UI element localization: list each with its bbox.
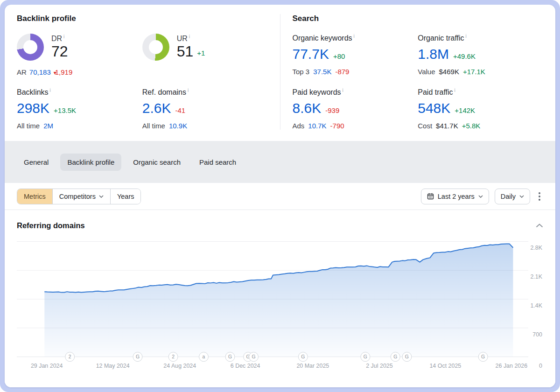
info-icon[interactable]: i [50,88,51,93]
ur-value: 51+1 [177,43,205,60]
chevron-down-icon [99,195,104,198]
site-overview-card: Backlink profile DRi 72 AR 70,183 ▾1,919 [5,5,555,387]
x-axis-labels: 29 Jan 202412 May 202424 Aug 20246 Dec 2… [31,363,527,369]
svg-text:a: a [203,355,205,360]
date-range-label: Last 2 years [438,193,475,200]
organic-keywords-value[interactable]: 77.7K [293,46,329,62]
paid-traffic-delta: +142K [455,106,475,114]
paid-traffic-label: Paid traffici [418,88,543,97]
ref-domains-block: Ref. domainsi 2.6K -41 All time 10.9K [142,88,268,130]
x-tick-label: 2 Jul 2025 [366,363,392,369]
x-tick-label: 14 Oct 2025 [429,363,461,369]
series-area [44,244,513,357]
ref-domains-alltime-value[interactable]: 10.9K [169,122,187,130]
svg-text:G: G [252,355,255,360]
tab-organic-search[interactable]: Organic search [126,154,188,171]
svg-text:G: G [393,355,397,360]
tab-backlink-profile[interactable]: Backlink profile [60,154,121,171]
chart-wrap: 2.8K2.1K1.4K70002G2aGGGGGGGG29 Jan 20241… [17,237,543,378]
backlinks-alltime-value[interactable]: 2M [43,122,53,130]
svg-text:G: G [301,355,305,360]
organic-keywords-sub-value[interactable]: 37.5K [313,68,331,76]
page-frame: Backlink profile DRi 72 AR 70,183 ▾1,919 [0,0,560,392]
organic-traffic-label: Organic traffici [418,34,543,42]
paid-keywords-value[interactable]: 8.6K [293,100,322,116]
paid-traffic-block: Paid traffici 548K +142K Cost $41.7K +5.… [418,88,543,130]
dr-donut-chart [17,34,44,61]
paid-keywords-block: Paid keywordsi 8.6K -939 Ads 10.7K -790 [293,88,418,130]
ar-value[interactable]: 70,183 [29,68,51,76]
ur-label: URi [177,34,205,43]
search-section: Search Organic keywordsi 77.7K +80 Top 3… [280,14,556,130]
y-tick-label: 0 [539,363,542,369]
granularity-button[interactable]: Daily [495,189,530,204]
dr-value: 72 [51,43,68,60]
paid-traffic-sub-row: Cost $41.7K +5.8K [418,122,543,130]
chart-toolbar: MetricsCompetitorsYears Last 2 years Dai… [5,183,555,210]
paid-keywords-delta: -939 [325,106,339,114]
organic-keywords-sub-row: Top 3 37.5K -879 [293,68,418,76]
info-icon[interactable]: i [455,88,455,93]
svg-text:2: 2 [172,355,175,360]
search-title: Search [293,14,544,23]
info-icon[interactable]: i [354,34,355,39]
organic-keywords-sub-delta: -879 [335,68,349,76]
metrics-segmented-control: MetricsCompetitorsYears [17,189,141,204]
paid-traffic-sub-value[interactable]: $41.7K [436,122,458,130]
tab-general[interactable]: General [17,154,56,171]
backlink-profile-section: Backlink profile DRi 72 AR 70,183 ▾1,919 [5,14,280,130]
svg-text:2: 2 [69,355,71,360]
stats-section: Backlink profile DRi 72 AR 70,183 ▾1,919 [5,5,555,141]
info-icon[interactable]: i [63,34,64,39]
chevron-down-icon [519,195,524,198]
backlinks-label: Backlinksi [17,88,142,97]
info-icon[interactable]: i [343,88,343,93]
referring-domains-chart[interactable]: 2.8K2.1K1.4K70002G2aGGGGGGGG29 Jan 20241… [17,237,543,377]
referring-domains-title: Referring domains [17,221,85,230]
organic-traffic-sub-value[interactable]: $469K [439,68,459,76]
x-tick-label: 12 May 2024 [96,363,130,369]
backlink-profile-title: Backlink profile [17,14,268,23]
ref-domains-delta: -41 [175,106,185,114]
x-tick-label: 24 Aug 2024 [163,363,196,369]
info-icon[interactable]: i [466,34,467,39]
paid-keywords-sub-delta: -790 [330,122,344,130]
ar-label: AR [17,68,27,76]
organic-traffic-value[interactable]: 1.8M [418,46,449,62]
segment-competitors[interactable]: Competitors [52,189,110,204]
toolbar-right: Last 2 years Daily [421,189,543,204]
organic-keywords-block: Organic keywordsi 77.7K +80 Top 3 37.5K … [293,34,418,88]
organic-keywords-delta: +80 [333,52,345,60]
referring-domains-panel: Referring domains 2.8K2.1K1.4K70002G2aGG… [5,210,555,387]
tab-paid-search[interactable]: Paid search [192,154,243,171]
ref-domains-label: Ref. domainsi [142,88,268,97]
segment-metrics[interactable]: Metrics [17,189,52,204]
overview-tabs: GeneralBacklink profileOrganic searchPai… [5,141,555,183]
paid-traffic-value[interactable]: 548K [418,100,450,116]
svg-text:G: G [364,355,367,360]
chevron-down-icon [478,195,483,198]
collapse-chevron-up-icon[interactable] [536,224,543,228]
y-tick-label: 700 [532,331,542,338]
info-icon[interactable]: i [188,88,189,93]
x-tick-label: 20 Mar 2025 [296,363,329,369]
ref-domains-value[interactable]: 2.6K [142,100,171,116]
y-tick-label: 2.1K [530,274,542,280]
organic-traffic-sub-delta: +17.1K [463,68,485,76]
paid-keywords-sub-value[interactable]: 10.7K [308,122,326,130]
svg-text:G: G [228,355,232,360]
info-icon[interactable]: i [189,34,190,39]
ar-delta: ▾1,919 [54,68,73,76]
date-range-button[interactable]: Last 2 years [421,189,489,204]
ref-domains-alltime-row: All time 10.9K [142,122,268,130]
svg-text:G: G [136,355,140,360]
organic-keywords-label: Organic keywordsi [293,34,418,42]
more-options-kebab-icon[interactable] [536,189,543,203]
svg-text:G: G [405,355,409,360]
calendar-icon [427,193,434,200]
y-tick-label: 2.8K [530,245,542,252]
paid-keywords-label: Paid keywordsi [293,88,418,97]
segment-years[interactable]: Years [110,189,141,204]
x-tick-label: 6 Dec 2024 [231,363,260,369]
backlinks-value[interactable]: 298K [17,100,49,116]
